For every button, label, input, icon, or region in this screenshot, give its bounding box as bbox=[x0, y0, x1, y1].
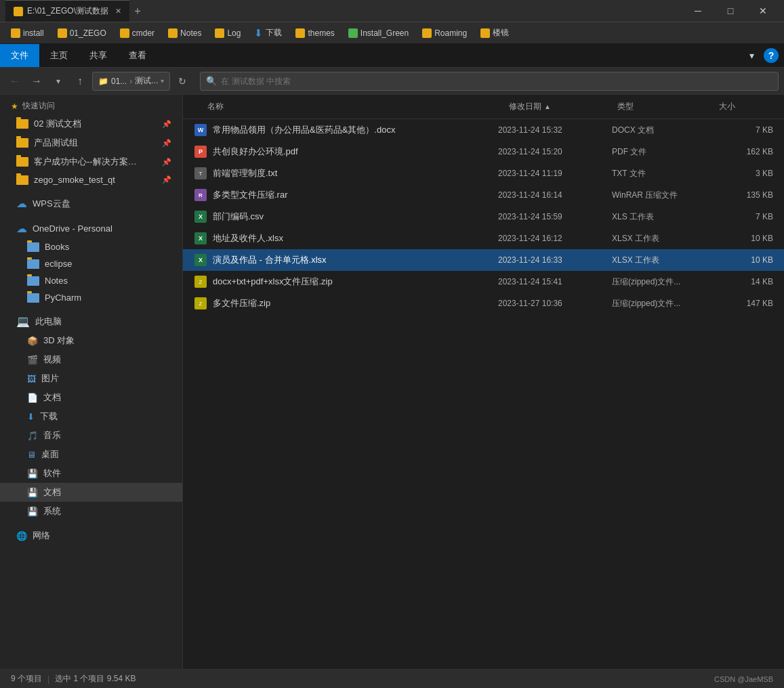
refresh-button[interactable]: ↻ bbox=[173, 72, 192, 91]
sidebar-item-downloads[interactable]: ⬇ 下载 bbox=[0, 407, 182, 426]
sidebar-item-video[interactable]: 🎬 视频 bbox=[0, 350, 182, 369]
sidebar-item-desktop[interactable]: 🖥 桌面 bbox=[0, 445, 182, 464]
sidebar-item-this-pc[interactable]: 💻 此电脑 bbox=[0, 311, 182, 331]
file-size: 162 KB bbox=[719, 147, 773, 156]
sidebar-item-docs[interactable]: 📄 文档 bbox=[0, 388, 182, 407]
bookmark-notes[interactable]: Notes bbox=[163, 27, 207, 39]
3d-icon: 📦 bbox=[27, 336, 38, 346]
sidebar-item-label: 文档 bbox=[43, 391, 61, 404]
ribbon-tab-file[interactable]: 文件 bbox=[0, 44, 39, 67]
folder-icon bbox=[27, 259, 39, 269]
ribbon: 文件 主页 共享 查看 ▾ ? bbox=[0, 43, 784, 68]
file-row[interactable]: T 前端管理制度.txt 2023-11-24 11:19 TXT 文件 3 K… bbox=[183, 163, 784, 184]
bookmark-themes[interactable]: themes bbox=[290, 27, 339, 39]
sidebar-item-music[interactable]: 🎵 音乐 bbox=[0, 426, 182, 445]
ribbon-tab-view[interactable]: 查看 bbox=[118, 44, 157, 67]
file-date: 2023-11-24 15:32 bbox=[498, 125, 606, 135]
close-button[interactable]: ✕ bbox=[747, 0, 779, 22]
sidebar-item-product-test[interactable]: 产品测试组 📌 bbox=[0, 133, 182, 152]
sidebar-item-system[interactable]: 💾 系统 bbox=[0, 502, 182, 521]
sidebar-item-documents[interactable]: 💾 文档 bbox=[0, 483, 182, 502]
search-input[interactable] bbox=[221, 77, 772, 86]
breadcrumb-part2: 测试... bbox=[135, 75, 158, 87]
forward-button[interactable]: → bbox=[27, 72, 46, 91]
minimize-button[interactable]: ─ bbox=[682, 0, 714, 22]
col-header-size[interactable]: 大小 bbox=[719, 101, 773, 112]
file-row[interactable]: R 多类型文件压缩.rar 2023-11-24 16:14 WinRAR 压缩… bbox=[183, 184, 784, 206]
file-row[interactable]: P 共创良好办公环境.pdf 2023-11-24 15:20 PDF 文件 1… bbox=[183, 141, 784, 163]
sidebar-item-wps-cloud[interactable]: ☁ WPS云盘 bbox=[0, 194, 182, 213]
file-icon-cell: X bbox=[194, 232, 207, 244]
file-size: 147 KB bbox=[719, 299, 773, 308]
this-pc-section: 💻 此电脑 📦 3D 对象 🎬 视频 🖼 图片 📄 文档 ⬇ 下载 bbox=[0, 309, 182, 523]
title-tab[interactable]: E:\01_ZEGO\测试数据 ✕ bbox=[5, 0, 129, 22]
file-date: 2023-11-24 15:41 bbox=[498, 277, 606, 286]
sidebar-item-3d[interactable]: 📦 3D 对象 bbox=[0, 331, 182, 350]
bookmark-01zego[interactable]: 01_ZEGO bbox=[52, 27, 112, 39]
ribbon-expand-button[interactable]: ▾ bbox=[742, 46, 761, 65]
breadcrumb[interactable]: 📁 01... › 测试... ▾ bbox=[92, 72, 170, 91]
pdf-icon: P bbox=[194, 146, 207, 158]
file-row[interactable]: Z docx+txt+pdf+xlsx文件压缩.zip 2023-11-24 1… bbox=[183, 271, 784, 293]
file-type: XLSX 工作表 bbox=[612, 255, 714, 266]
folder-icon bbox=[16, 138, 28, 148]
file-icon-cell: Z bbox=[194, 297, 207, 309]
bookmark-loujing[interactable]: 楼镜 bbox=[475, 26, 514, 40]
breadcrumb-part1: 01... bbox=[111, 77, 127, 86]
sidebar-item-label: eclipse bbox=[45, 259, 72, 269]
recent-locations-button[interactable]: ▾ bbox=[49, 72, 68, 91]
file-row[interactable]: X 部门编码.csv 2023-11-24 15:59 XLS 工作表 7 KB bbox=[183, 206, 784, 228]
docx-icon: W bbox=[194, 124, 207, 136]
star-icon: ★ bbox=[11, 102, 18, 111]
file-name: docx+txt+pdf+xlsx文件压缩.zip bbox=[213, 276, 493, 288]
bookmark-download[interactable]: ⬇ 下载 bbox=[249, 26, 287, 41]
sidebar-item-software[interactable]: 💾 软件 bbox=[0, 464, 182, 483]
sidebar-item-label: zego_smoke_test_qt bbox=[34, 175, 115, 185]
sidebar-item-customer[interactable]: 客户成功中心--解决方案测... 📌 bbox=[0, 152, 182, 171]
sidebar-item-02-test[interactable]: 02 测试文档 📌 bbox=[0, 114, 182, 133]
col-header-date[interactable]: 修改日期 ▲ bbox=[509, 101, 617, 112]
maximize-button[interactable]: □ bbox=[715, 0, 746, 22]
col-header-type[interactable]: 类型 bbox=[617, 101, 719, 112]
csv-icon: X bbox=[194, 211, 207, 223]
sidebar-item-eclipse[interactable]: eclipse bbox=[0, 255, 182, 272]
sidebar-item-notes[interactable]: Notes bbox=[0, 272, 182, 289]
tab-label: E:\01_ZEGO\测试数据 bbox=[27, 5, 108, 17]
file-icon-cell: X bbox=[194, 211, 207, 223]
file-type: 压缩(zipped)文件... bbox=[612, 298, 714, 309]
bookmark-install[interactable]: install bbox=[5, 27, 49, 39]
search-box[interactable]: 🔍 bbox=[200, 72, 779, 91]
file-row[interactable]: Z 多文件压缩.zip 2023-11-27 10:36 压缩(zipped)文… bbox=[183, 293, 784, 314]
sidebar-item-label: 下载 bbox=[40, 410, 58, 423]
folder-icon bbox=[27, 242, 39, 252]
file-row[interactable]: W 常用物品领用（办公用品&医药品&其他）.docx 2023-11-24 15… bbox=[183, 119, 784, 141]
bookmark-log[interactable]: Log bbox=[209, 27, 246, 39]
window-controls: ─ □ ✕ bbox=[682, 0, 779, 22]
folder-icon bbox=[16, 175, 28, 185]
pin-icon: 📌 bbox=[162, 120, 171, 129]
sidebar-item-label: 系统 bbox=[43, 505, 61, 517]
bookmark-label: Install_Green bbox=[360, 28, 409, 38]
file-row-selected[interactable]: X 演员及作品 - 合并单元格.xlsx 2023-11-24 16:33 XL… bbox=[183, 249, 784, 271]
up-button[interactable]: ↑ bbox=[70, 72, 89, 91]
back-button[interactable]: ← bbox=[5, 72, 24, 91]
sidebar-item-onedrive[interactable]: ☁ OneDrive - Personal bbox=[0, 219, 182, 238]
bookmark-cmder[interactable]: cmder bbox=[115, 27, 160, 39]
bookmark-label: 下载 bbox=[266, 27, 282, 39]
ribbon-tab-home[interactable]: 主页 bbox=[39, 44, 79, 67]
ribbon-help-button[interactable]: ? bbox=[764, 48, 779, 63]
bookmark-roaming[interactable]: Roaming bbox=[417, 27, 472, 39]
sidebar-item-zego-smoke[interactable]: zego_smoke_test_qt 📌 bbox=[0, 171, 182, 188]
bookmark-install-green[interactable]: Install_Green bbox=[343, 27, 414, 39]
file-row[interactable]: X 地址及收件人.xlsx 2023-11-24 16:12 XLSX 工作表 … bbox=[183, 228, 784, 249]
sidebar-item-books[interactable]: Books bbox=[0, 238, 182, 255]
sidebar-item-images[interactable]: 🖼 图片 bbox=[0, 369, 182, 388]
ribbon-tab-share[interactable]: 共享 bbox=[79, 44, 118, 67]
tab-add-button[interactable]: ＋ bbox=[132, 4, 143, 18]
col-header-name[interactable]: 名称 bbox=[207, 101, 509, 112]
sidebar-item-pycharm[interactable]: PyCharm bbox=[0, 289, 182, 306]
tab-close-button[interactable]: ✕ bbox=[115, 7, 121, 16]
onedrive-icon: ☁ bbox=[16, 222, 27, 235]
sidebar-item-network[interactable]: 🌐 网络 bbox=[0, 526, 182, 545]
breadcrumb-dropdown[interactable]: ▾ bbox=[161, 77, 164, 85]
